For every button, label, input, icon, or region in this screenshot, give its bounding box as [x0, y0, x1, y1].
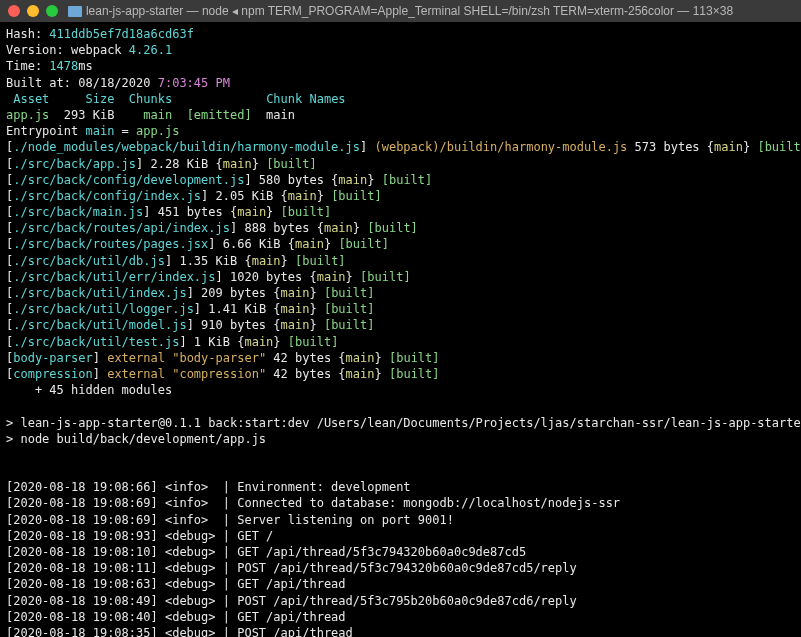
terminal-segment: }	[375, 351, 389, 365]
terminal-segment: }	[346, 270, 360, 284]
terminal-line: [./src/back/util/db.js] 1.35 KiB {main} …	[6, 253, 795, 269]
minimize-icon[interactable]	[27, 5, 39, 17]
terminal-segment: }	[309, 318, 323, 332]
terminal-segment: [built]	[281, 205, 332, 219]
terminal-segment: Size	[85, 92, 114, 106]
terminal-segment: [built]	[360, 270, 411, 284]
terminal-segment: }	[317, 189, 331, 203]
terminal-segment: [built]	[324, 302, 375, 316]
maximize-icon[interactable]	[46, 5, 58, 17]
terminal-segment: Entrypoint	[6, 124, 85, 138]
terminal-segment: Asset	[6, 92, 49, 106]
terminal-segment: [emitted]	[187, 108, 252, 122]
terminal-segment: ] 2.05 KiB {	[201, 189, 288, 203]
close-icon[interactable]	[8, 5, 20, 17]
terminal-segment: ./src/back/routes/api/index.js	[13, 221, 230, 235]
terminal-segment: Chunks	[129, 92, 172, 106]
terminal-segment: Built at: 08/18/2020	[6, 76, 158, 90]
terminal-segment: [built]	[324, 318, 375, 332]
terminal-segment: main	[338, 173, 367, 187]
terminal-line: [2020-08-18 19:08:11] <debug> | POST /ap…	[6, 560, 795, 576]
terminal-segment: ms	[78, 59, 92, 73]
terminal-line: [./src/back/main.js] 451 bytes {main} [b…	[6, 204, 795, 220]
terminal-segment: Chunk Names	[266, 92, 345, 106]
terminal-segment: [built]	[389, 351, 440, 365]
terminal-line: [2020-08-18 19:08:93] <debug> | GET /	[6, 528, 795, 544]
terminal-segment: main	[288, 189, 317, 203]
terminal-line: [compression] external "compression" 42 …	[6, 366, 795, 382]
terminal-segment: [built]	[757, 140, 801, 154]
terminal-line: [./src/back/routes/pages.jsx] 6.66 KiB {…	[6, 236, 795, 252]
terminal-line: [2020-08-18 19:08:66] <info> | Environme…	[6, 479, 795, 495]
terminal-line: Asset Size Chunks Chunk Names	[6, 91, 795, 107]
terminal-segment	[172, 92, 266, 106]
terminal-segment: main	[252, 108, 295, 122]
terminal-segment: [built]	[324, 286, 375, 300]
terminal-segment	[49, 92, 85, 106]
terminal-segment: [2020-08-18 19:08:35] <debug> | POST /ap…	[6, 626, 353, 637]
terminal-segment: }	[252, 157, 266, 171]
terminal-segment: ]	[93, 351, 107, 365]
terminal-segment: Time:	[6, 59, 49, 73]
terminal-segment: [built]	[266, 157, 317, 171]
terminal-line: Entrypoint main = app.js	[6, 123, 795, 139]
terminal-segment: compression	[13, 367, 92, 381]
terminal-line: [body-parser] external "body-parser" 42 …	[6, 350, 795, 366]
terminal-segment: [built]	[382, 173, 433, 187]
terminal-segment: [2020-08-18 19:08:69] <info> | Server li…	[6, 513, 454, 527]
terminal-line: Time: 1478ms	[6, 58, 795, 74]
terminal-line: [./node_modules/webpack/buildin/harmony-…	[6, 139, 795, 155]
terminal-segment: [2020-08-18 19:08:11] <debug> | POST /ap…	[6, 561, 577, 575]
terminal-segment: main	[281, 286, 310, 300]
terminal-line: [2020-08-18 19:08:49] <debug> | POST /ap…	[6, 593, 795, 609]
terminal-segment: Version: webpack	[6, 43, 129, 57]
terminal-segment: }	[353, 221, 367, 235]
terminal-segment: [built]	[367, 221, 418, 235]
terminal-segment: ] 1.35 KiB {	[165, 254, 252, 268]
window-title-text: lean-js-app-starter — node ◂ npm TERM_PR…	[86, 4, 733, 18]
terminal-segment: [2020-08-18 19:08:10] <debug> | GET /api…	[6, 545, 526, 559]
terminal-output[interactable]: Hash: 411ddb5ef7d18a6cd63fVersion: webpa…	[0, 22, 801, 637]
terminal-segment: ./src/back/util/db.js	[13, 254, 165, 268]
terminal-segment: 1478	[49, 59, 78, 73]
terminal-segment: > lean-js-app-starter@0.1.1 back:start:d…	[6, 416, 801, 430]
terminal-line: > lean-js-app-starter@0.1.1 back:start:d…	[6, 415, 795, 431]
terminal-segment: }	[309, 302, 323, 316]
terminal-segment: main	[237, 205, 266, 219]
terminal-line: [2020-08-18 19:08:10] <debug> | GET /api…	[6, 544, 795, 560]
terminal-segment: main	[223, 157, 252, 171]
terminal-line: [./src/back/util/model.js] 910 bytes {ma…	[6, 317, 795, 333]
terminal-line: [2020-08-18 19:08:40] <debug> | GET /api…	[6, 609, 795, 625]
terminal-segment: }	[324, 237, 338, 251]
terminal-segment: ./src/back/util/test.js	[13, 335, 179, 349]
terminal-segment: app.js	[136, 124, 179, 138]
terminal-segment: main	[281, 302, 310, 316]
terminal-segment: main	[244, 335, 273, 349]
terminal-segment: main	[143, 108, 172, 122]
terminal-segment: [built]	[331, 189, 382, 203]
terminal-line: [./src/back/util/err/index.js] 1020 byte…	[6, 269, 795, 285]
terminal-segment	[172, 108, 186, 122]
terminal-segment: ] 451 bytes {	[143, 205, 237, 219]
terminal-line: [./src/back/config/development.js] 580 b…	[6, 172, 795, 188]
terminal-segment: [2020-08-18 19:08:69] <info> | Connected…	[6, 496, 620, 510]
terminal-line: [2020-08-18 19:08:69] <info> | Connected…	[6, 495, 795, 511]
terminal-segment: ] 6.66 KiB {	[208, 237, 295, 251]
terminal-line: Built at: 08/18/2020 7:03:45 PM	[6, 75, 795, 91]
terminal-line	[6, 463, 795, 479]
terminal-segment: }	[281, 254, 295, 268]
terminal-segment: ./src/back/config/development.js	[13, 173, 244, 187]
terminal-segment: Hash:	[6, 27, 49, 41]
folder-icon	[68, 6, 82, 17]
terminal-segment: }	[309, 286, 323, 300]
terminal-segment: ] 1.41 KiB {	[194, 302, 281, 316]
terminal-segment: main	[317, 270, 346, 284]
terminal-segment: main	[281, 318, 310, 332]
terminal-segment: }	[743, 140, 757, 154]
terminal-segment: external "compression"	[107, 367, 266, 381]
terminal-segment: app.js	[6, 108, 49, 122]
terminal-segment: ]	[360, 140, 374, 154]
terminal-segment: main	[714, 140, 743, 154]
terminal-line: Hash: 411ddb5ef7d18a6cd63f	[6, 26, 795, 42]
terminal-segment: }	[273, 335, 287, 349]
